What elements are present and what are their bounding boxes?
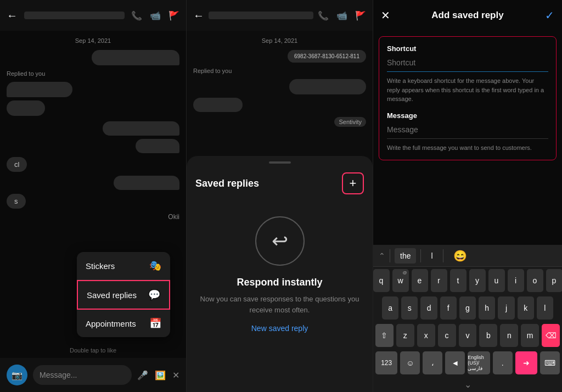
key-y[interactable]: y [469,269,486,292]
appointments-icon: 📅 [149,317,161,329]
suggestion-divider-2 [420,249,421,262]
bubble-content-2 [103,121,179,136]
key-i[interactable]: i [508,269,524,292]
panel-saved-replies: ← 📞 📹 🚩 Sep 14, 2021 6982-3687-8130-6512… [187,0,373,392]
key-p[interactable]: p [546,269,563,292]
message-input[interactable]: Message... [33,365,132,385]
saved-reply-form: Shortcut Write a keyboard shortcut for t… [379,36,557,160]
keyboard-suggestions: ⌃ the l 😄 [373,245,562,267]
suggestion-emoji[interactable]: 😄 [448,248,473,264]
suggestion-divider [390,249,390,262]
close-icon[interactable]: ✕ [172,370,179,380]
key-c[interactable]: c [438,324,456,347]
key-b[interactable]: b [479,324,497,347]
key-d[interactable]: d [420,296,437,320]
replied-to-label: Replied to you [0,67,186,80]
shortcut-hint: Write a keyboard shortcut for the messag… [387,76,548,104]
back-icon[interactable]: ← [7,9,18,22]
shortcut-input[interactable] [387,56,548,72]
key-n[interactable]: n [500,324,518,347]
message-bubble-right-3 [0,137,186,155]
back-icon-2[interactable]: ← [193,9,204,22]
message-bubble-right [0,48,186,67]
key-j[interactable]: j [498,296,514,320]
mic-icon[interactable]: 🎤 [137,370,148,380]
suggestion-the[interactable]: the [395,248,416,264]
panel-chat: ← 📞 📹 🚩 Sep 14, 2021 Replied to you cl s [0,0,187,392]
call-icon-2[interactable]: 📞 [318,10,329,21]
input-icons: 🎤 🖼️ ✕ [137,370,179,380]
key-k[interactable]: k [518,296,534,320]
context-menu-item-saved-replies[interactable]: Saved replies 💬 [77,280,170,310]
video-icon[interactable]: 📹 [150,10,161,21]
chat-date-2: Sep 14, 2021 [187,37,373,44]
sentivity-badge: Sentivity [334,117,366,127]
confirm-button[interactable]: ✓ [545,9,554,22]
message-bubble-left [0,80,186,99]
flag-icon[interactable]: 🚩 [168,10,179,21]
phone-number: 6982-3687-8130-6512-811 [288,50,366,63]
camera-button[interactable]: 📷 [7,365,27,385]
reply-arrow-icon: ↩ [272,229,288,253]
saved-replies-sheet: Saved replies + ↩ Respond instantly Now … [187,156,373,392]
key-s[interactable]: s [401,296,418,320]
text-message-s: s [0,192,186,211]
key-w[interactable]: w@ [392,269,409,292]
message-bubble-right-4 [0,174,186,192]
okii-area: Okii [0,211,186,223]
bubble-content-4 [114,176,179,190]
flag-icon-2[interactable]: 🚩 [355,10,366,21]
key-t[interactable]: t [450,269,467,292]
key-keyboard[interactable]: ⌨ [540,351,560,374]
key-emoji[interactable]: ☺ [400,351,420,374]
context-menu-item-appointments[interactable]: Appointments 📅 [77,310,170,337]
new-reply-link[interactable]: New saved reply [251,324,308,333]
key-f[interactable]: f [440,296,457,320]
key-num123[interactable]: 123 [375,351,397,374]
keyboard-bottom-bar: ⌄ [373,377,562,392]
key-l[interactable]: l [537,296,553,320]
key-enter[interactable]: ➜ [515,351,537,374]
close-button[interactable]: ✕ [381,9,390,22]
message-input-bar: 📷 Message... 🎤 🖼️ ✕ [0,358,186,392]
keyboard: ⌃ the l 😄 q w@ e r t y u i o p a s d f [373,245,562,392]
key-e[interactable]: e [412,269,428,292]
key-g[interactable]: g [459,296,476,320]
stickers-icon: 🎭 [149,260,161,272]
key-backspace[interactable]: ⌫ [542,324,560,347]
sheet-title: Saved replies [195,178,259,189]
key-h[interactable]: h [479,296,495,320]
phone-bubble: 6982-3687-8130-6512-811 [187,48,373,64]
chat-header: ← 📞 📹 🚩 [0,0,186,31]
key-m[interactable]: m [521,324,539,347]
panel-add-saved-reply: ✕ Add saved reply ✓ Shortcut Write a key… [373,0,562,392]
header-actions-2: 📞 📹 🚩 [318,10,366,21]
key-z[interactable]: z [396,324,414,347]
keyboard-down-icon[interactable]: ⌄ [464,379,471,390]
bubble-left [193,98,243,112]
key-lang[interactable]: English (US)/فارسی [468,351,490,374]
message-input-field[interactable] [387,123,548,139]
respond-desc: Now you can save responses to the questi… [198,294,362,315]
key-x[interactable]: x [417,324,435,347]
call-icon[interactable]: 📞 [131,10,142,21]
add-icon: + [350,176,357,191]
bubble-content [92,50,179,65]
key-u[interactable]: u [488,269,505,292]
key-comma[interactable]: ، [423,351,442,374]
double-tap-hint: Double tap to like [70,347,116,354]
suggestion-l[interactable]: l [425,248,438,264]
video-icon-2[interactable]: 📹 [336,10,347,21]
key-a[interactable]: a [382,296,398,320]
context-menu-item-stickers[interactable]: Stickers 🎭 [77,252,170,280]
key-q[interactable]: q [373,269,390,292]
key-mic[interactable]: ◄ [445,351,465,374]
gallery-icon[interactable]: 🖼️ [155,370,166,380]
key-o[interactable]: o [527,269,543,292]
chat-header-2: ← 📞 📹 🚩 [187,0,373,31]
key-r[interactable]: r [431,269,447,292]
key-v[interactable]: v [459,324,477,347]
add-saved-reply-button[interactable]: + [342,172,364,194]
key-shift[interactable]: ⇧ [375,324,394,347]
key-period[interactable]: . [493,351,513,374]
